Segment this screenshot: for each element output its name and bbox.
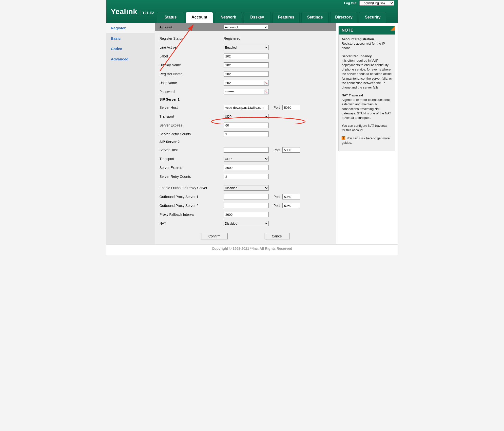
display-name-label: Display Name: [159, 63, 224, 67]
sidebar-item-advanced[interactable]: Advanced: [106, 54, 155, 64]
line-active-select[interactable]: Enabled: [224, 45, 269, 50]
sip2-retry-input[interactable]: [224, 174, 269, 179]
sidebar-item-basic[interactable]: Basic: [106, 33, 155, 44]
sip1-transport-label: Transport: [159, 114, 224, 118]
svg-text:*1: *1: [265, 81, 268, 84]
tab-settings[interactable]: Settings: [301, 12, 329, 23]
sip2-expires-label: Server Expires: [159, 166, 224, 170]
outbound-enable-label: Enable Outbound Proxy Server: [159, 186, 224, 190]
tab-status[interactable]: Status: [157, 12, 184, 23]
sip1-host-input[interactable]: [224, 105, 269, 110]
sip2-host-label: Server Host: [159, 148, 224, 152]
outbound1-input[interactable]: [224, 194, 269, 199]
note-red-head: Server Redundancy: [342, 54, 372, 58]
language-select[interactable]: English(English): [359, 0, 394, 6]
nat-select[interactable]: Disabled: [224, 221, 269, 226]
tab-features[interactable]: Features: [272, 12, 300, 23]
sip2-retry-label: Server Retry Counts: [159, 175, 224, 179]
brand-logo: Yealink | T21 E2: [111, 7, 154, 16]
proxy-fallback-input[interactable]: [224, 212, 269, 217]
note-reg-head: Account Registration: [342, 37, 374, 41]
sip2-port-input[interactable]: [282, 147, 300, 153]
sip1-transport-select[interactable]: UDP: [224, 114, 269, 119]
sip1-expires-label: Server Expires: [159, 123, 224, 127]
required-icon: *1: [264, 89, 269, 94]
outbound1-port-label: Port: [273, 195, 280, 199]
register-status-label: Register Status: [159, 36, 224, 40]
sip1-retry-input[interactable]: [224, 131, 269, 137]
outbound-enable-select[interactable]: Disabled: [224, 185, 269, 191]
user-name-input[interactable]: [224, 80, 269, 86]
logout-link[interactable]: Log Out: [344, 1, 356, 5]
footer-copyright: Copyright © 1998-2021 **Inc. All Rights …: [106, 244, 398, 255]
note-title: NOTE: [339, 26, 395, 35]
sip1-port-input[interactable]: [282, 105, 300, 110]
main-tabs: Status Account Network Dsskey Features S…: [157, 12, 386, 23]
sidebar-item-register[interactable]: Register: [106, 23, 155, 33]
form-panel: Account Account1 Register Status Registe…: [155, 23, 336, 244]
content-area: Register Basic Codec Advanced Account Ac…: [106, 23, 398, 244]
register-status-value: Registered: [224, 36, 240, 40]
outbound2-port-label: Port: [273, 204, 280, 208]
account-label: Account: [159, 25, 224, 29]
note-nat-body: A general term for techniques that estab…: [342, 98, 391, 120]
sip2-transport-label: Transport: [159, 157, 224, 161]
display-name-input[interactable]: [224, 62, 269, 68]
tab-security[interactable]: Security: [359, 12, 386, 23]
sidebar-item-codec[interactable]: Codec: [106, 44, 155, 54]
sip2-port-label: Port: [273, 148, 280, 152]
confirm-button[interactable]: Confirm: [201, 233, 228, 239]
tab-account[interactable]: Account: [186, 12, 213, 23]
brand-name: Yealink: [111, 7, 137, 16]
sip2-transport-select[interactable]: UDP: [224, 156, 269, 162]
proxy-fallback-label: Proxy Fallback Interval: [159, 213, 224, 216]
outbound1-label: Outbound Proxy Server 1: [159, 195, 224, 199]
password-label: Password: [159, 90, 224, 94]
model-name: T21 E2: [142, 11, 154, 15]
user-name-label: User Name: [159, 81, 224, 85]
account-select[interactable]: Account1: [224, 25, 268, 30]
outbound1-port-input[interactable]: [282, 194, 300, 199]
outbound2-label: Outbound Proxy Server 2: [159, 204, 224, 208]
outbound2-input[interactable]: [224, 203, 269, 208]
sip2-expires-input[interactable]: [224, 165, 269, 170]
tab-network[interactable]: Network: [215, 12, 242, 23]
nat-label: NAT: [159, 221, 224, 225]
password-input[interactable]: [224, 89, 269, 94]
account-section-header: Account Account1: [155, 23, 336, 31]
svg-text:*1: *1: [265, 90, 268, 93]
note-nat-head: NAT Traversal: [342, 93, 363, 97]
note-red-body: It is often required in VoIP deployments…: [342, 59, 392, 89]
sip1-retry-label: Server Retry Counts: [159, 132, 224, 136]
note-nat-configure: You can configure NAT traversal for this…: [342, 124, 392, 132]
register-name-input[interactable]: [224, 71, 269, 77]
tab-dsskey[interactable]: Dsskey: [244, 12, 271, 23]
outbound2-port-input[interactable]: [282, 203, 300, 208]
sip1-host-label: Server Host: [159, 106, 224, 109]
question-icon: ?: [342, 136, 345, 140]
note-panel: NOTE Account Registration Registers acco…: [338, 26, 395, 151]
sip1-port-label: Port: [273, 106, 280, 109]
sip2-host-input[interactable]: [224, 147, 269, 153]
tab-directory[interactable]: Directory: [330, 12, 357, 23]
register-name-label: Register Name: [159, 72, 224, 76]
sip1-expires-input[interactable]: [224, 123, 269, 128]
sip-server-2-head: SIP Server 2: [159, 140, 331, 144]
app-header: Log Out English(English) Yealink | T21 E…: [106, 0, 398, 23]
sip-server-1-head: SIP Server 1: [159, 97, 331, 101]
line-active-label: Line Active: [159, 45, 224, 49]
note-guides-link[interactable]: You can click here to get more guides.: [342, 136, 390, 144]
required-icon: *1: [264, 80, 269, 85]
sidebar: Register Basic Codec Advanced: [106, 23, 155, 244]
label-input[interactable]: [224, 54, 269, 59]
label-label: Label: [159, 54, 224, 58]
cancel-button[interactable]: Cancel: [265, 233, 290, 239]
note-reg-body: Registers account(s) for the IP phone.: [342, 42, 385, 50]
